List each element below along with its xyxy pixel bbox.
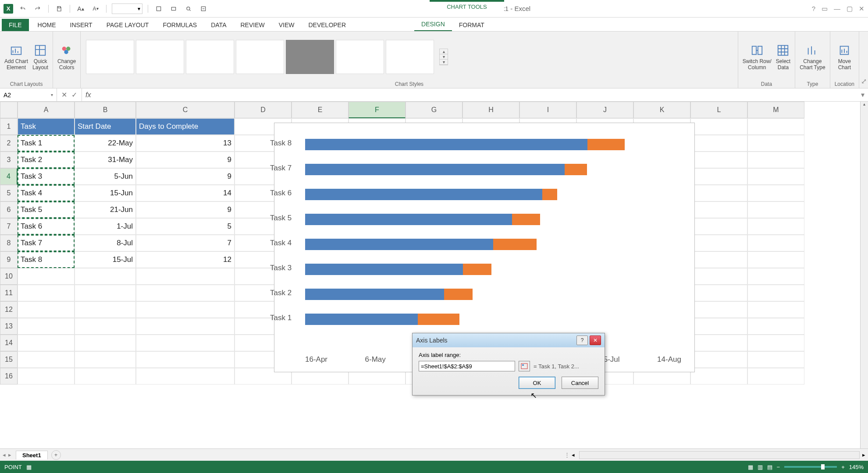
cell[interactable]: [690, 135, 747, 152]
cell[interactable]: [690, 368, 747, 385]
cell[interactable]: 22-May: [75, 135, 136, 152]
enter-formula-button[interactable]: ✓: [71, 91, 77, 99]
tab-design[interactable]: DESIGN: [414, 18, 452, 31]
cell[interactable]: [75, 285, 136, 301]
cell[interactable]: [747, 301, 804, 318]
row-header[interactable]: 1: [0, 118, 18, 135]
font-increase-button[interactable]: A▴: [75, 4, 86, 14]
row-header[interactable]: 9: [0, 251, 18, 268]
cell[interactable]: [747, 152, 804, 168]
style-thumb-selected[interactable]: [286, 40, 334, 74]
redo-button[interactable]: [32, 4, 43, 14]
add-chart-element-button[interactable]: Add Chart Element: [4, 43, 28, 71]
cell[interactable]: [75, 351, 136, 368]
column-header[interactable]: K: [633, 102, 690, 118]
select-all-cell[interactable]: [0, 102, 18, 118]
cell[interactable]: 1-Jul: [75, 218, 136, 235]
cell[interactable]: 15-Jul: [75, 251, 136, 268]
sheet-tab-sheet1[interactable]: Sheet1: [16, 451, 48, 459]
cell[interactable]: [136, 351, 235, 368]
column-header[interactable]: D: [235, 102, 292, 118]
qat-btn-1[interactable]: [153, 4, 164, 14]
qat-btn-4[interactable]: [198, 4, 209, 14]
cell[interactable]: [747, 201, 804, 218]
cell[interactable]: 8-Jul: [75, 235, 136, 251]
file-tab[interactable]: FILE: [2, 19, 29, 31]
qat-btn-3[interactable]: [183, 4, 194, 14]
cell[interactable]: [747, 251, 804, 268]
cell[interactable]: 13: [136, 135, 235, 152]
cell[interactable]: 9: [136, 152, 235, 168]
cell[interactable]: [18, 301, 75, 318]
column-header[interactable]: J: [576, 102, 633, 118]
tab-page-layout[interactable]: PAGE LAYOUT: [100, 19, 156, 31]
row-header[interactable]: 2: [0, 135, 18, 152]
cell[interactable]: Task 5: [18, 201, 75, 218]
add-sheet-button[interactable]: +: [51, 450, 61, 460]
chart-bar-row[interactable]: Task 5: [305, 207, 681, 232]
cell[interactable]: Task 4: [18, 185, 75, 201]
cell[interactable]: 9: [136, 168, 235, 185]
row-header[interactable]: 6: [0, 201, 18, 218]
cell[interactable]: 14: [136, 185, 235, 201]
chart-bar-row[interactable]: Task 6: [305, 182, 681, 207]
zoom-level[interactable]: 145%: [849, 464, 864, 470]
tab-view[interactable]: VIEW: [272, 19, 302, 31]
cell[interactable]: Task 8: [18, 251, 75, 268]
style-thumb[interactable]: [186, 40, 234, 74]
cell[interactable]: [747, 235, 804, 251]
cell[interactable]: [747, 168, 804, 185]
formula-input[interactable]: [94, 88, 857, 101]
fx-button[interactable]: fx: [82, 91, 94, 99]
row-header[interactable]: 3: [0, 152, 18, 168]
cell[interactable]: 5: [136, 218, 235, 235]
cell[interactable]: [18, 318, 75, 335]
minimize-button[interactable]: —: [834, 5, 840, 13]
cell[interactable]: [18, 285, 75, 301]
help-button[interactable]: ?: [812, 5, 815, 13]
cell[interactable]: Task 2: [18, 152, 75, 168]
cell[interactable]: [747, 268, 804, 285]
chart-bar-row[interactable]: Task 4: [305, 232, 681, 257]
column-header[interactable]: M: [747, 102, 804, 118]
cell[interactable]: [18, 268, 75, 285]
cell[interactable]: [75, 368, 136, 385]
row-header[interactable]: 5: [0, 185, 18, 201]
tab-review[interactable]: REVIEW: [233, 19, 271, 31]
cell[interactable]: [690, 268, 747, 285]
column-header[interactable]: F: [349, 102, 406, 118]
cell[interactable]: 12: [136, 251, 235, 268]
switch-row-column-button[interactable]: Switch Row/ Column: [743, 43, 772, 71]
axis-range-input[interactable]: [419, 361, 515, 371]
row-header[interactable]: 7: [0, 218, 18, 235]
sheet-next-button[interactable]: ▸: [8, 452, 11, 458]
row-header[interactable]: 8: [0, 235, 18, 251]
zoom-slider[interactable]: [784, 466, 837, 468]
cell[interactable]: [75, 318, 136, 335]
column-header[interactable]: G: [406, 102, 462, 118]
cancel-button[interactable]: Cancel: [562, 377, 598, 389]
range-selector-button[interactable]: [519, 361, 530, 371]
cell[interactable]: [18, 368, 75, 385]
cell[interactable]: [690, 201, 747, 218]
dialog-close-button[interactable]: ✕: [590, 335, 601, 345]
style-thumb[interactable]: [386, 40, 434, 74]
cell[interactable]: 5-Jun: [75, 168, 136, 185]
row-header[interactable]: 4: [0, 168, 18, 185]
cell[interactable]: [136, 318, 235, 335]
column-header[interactable]: C: [136, 102, 235, 118]
horizontal-scrollbar[interactable]: [579, 451, 860, 459]
style-thumb[interactable]: [136, 40, 184, 74]
cell[interactable]: [747, 318, 804, 335]
cell[interactable]: [136, 285, 235, 301]
cell[interactable]: 31-May: [75, 152, 136, 168]
cell[interactable]: Task 7: [18, 235, 75, 251]
cell[interactable]: 15-Jun: [75, 185, 136, 201]
maximize-button[interactable]: ▢: [847, 5, 853, 13]
cell[interactable]: [690, 185, 747, 201]
cell[interactable]: [690, 251, 747, 268]
cell[interactable]: Task: [18, 118, 75, 135]
tab-home[interactable]: HOME: [31, 19, 63, 31]
ok-button[interactable]: OK: [519, 377, 555, 389]
cell[interactable]: Task 3: [18, 168, 75, 185]
